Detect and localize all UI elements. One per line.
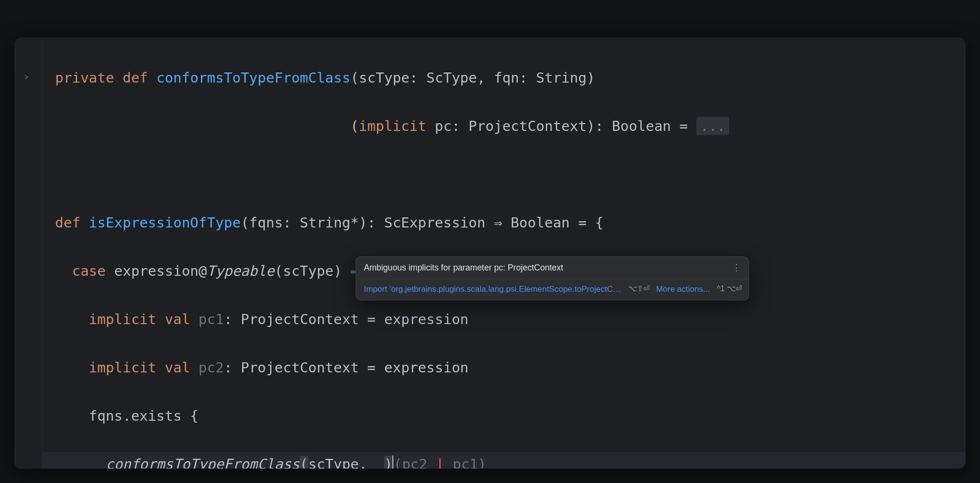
inspection-tooltip: Ambiguous implicits for parameter pc: Pr… bbox=[356, 256, 749, 300]
code-line[interactable]: def isExpressionOfType(fqns: String*): S… bbox=[43, 211, 966, 235]
code-line[interactable]: fqns.exists { bbox=[43, 404, 966, 428]
code-text: (fqns: String*): ScExpression ⇒ Boolean … bbox=[241, 214, 604, 231]
gutter: › bbox=[14, 38, 43, 469]
code-text: pc: ProjectContext): Boolean = bbox=[426, 118, 696, 134]
code-text: ( bbox=[350, 118, 359, 134]
code-text: (scType) ⇒ bbox=[274, 263, 359, 279]
more-icon[interactable]: ⋮ bbox=[732, 262, 742, 274]
code-line-highlighted[interactable]: conformsToTypeFromClass(scType, _)(pc2 |… bbox=[43, 452, 966, 469]
inlay-hint: pc2 bbox=[402, 456, 427, 469]
code-text: scType, _ bbox=[308, 456, 384, 469]
tooltip-title: Ambiguous implicits for parameter pc: Pr… bbox=[364, 262, 563, 274]
inlay-hint: ) bbox=[478, 456, 486, 469]
keyword: case bbox=[72, 263, 106, 279]
quickfix-link[interactable]: Import 'org.jetbrains.plugins.scala.lang… bbox=[364, 284, 621, 295]
tooltip-actions: Import 'org.jetbrains.plugins.scala.lang… bbox=[356, 279, 749, 300]
code-text: fqns.exists { bbox=[89, 408, 199, 424]
function-name: isExpressionOfType bbox=[89, 214, 241, 231]
shortcut-label: ^1 ⌥⏎ bbox=[717, 284, 742, 294]
keyword: private bbox=[55, 70, 114, 86]
code-line[interactable] bbox=[43, 162, 966, 186]
code-line[interactable]: implicit val pc2: ProjectContext = expre… bbox=[43, 355, 966, 380]
tooltip-header: Ambiguous implicits for parameter pc: Pr… bbox=[356, 257, 749, 279]
keyword: val bbox=[165, 359, 190, 376]
code-text: : ProjectContext = expression bbox=[224, 311, 468, 327]
shortcut-label: ⌥⇧⏎ bbox=[628, 284, 649, 294]
keyword: val bbox=[165, 311, 190, 327]
function-call: conformsToTypeFromClass bbox=[106, 456, 300, 469]
inlay-hint: ( bbox=[393, 456, 402, 469]
function-name: conformsToTypeFromClass bbox=[157, 70, 351, 86]
type-name: Typeable bbox=[207, 263, 274, 279]
code-line[interactable]: implicit val pc1: ProjectContext = expre… bbox=[43, 307, 966, 331]
identifier: pc1 bbox=[199, 311, 224, 327]
keyword: implicit bbox=[89, 359, 157, 376]
folded-region[interactable]: ... bbox=[696, 117, 729, 135]
keyword: implicit bbox=[89, 311, 157, 327]
match-highlight: ) bbox=[384, 456, 392, 469]
match-highlight: ( bbox=[300, 456, 308, 469]
code-text: (scType: ScType, fqn: String) bbox=[350, 70, 595, 86]
code-text: : ProjectContext = expression bbox=[224, 359, 468, 376]
identifier: pc2 bbox=[199, 359, 224, 376]
more-actions-link[interactable]: More actions... bbox=[656, 284, 710, 295]
inlay-hint: pc1 bbox=[453, 456, 478, 469]
keyword: def bbox=[123, 70, 148, 86]
keyword: implicit bbox=[359, 118, 427, 134]
keyword: def bbox=[55, 214, 80, 231]
error-token: | bbox=[427, 456, 452, 469]
code-area[interactable]: private def conformsToTypeFromClass(scTy… bbox=[43, 38, 966, 469]
code-editor[interactable]: › private def conformsToTypeFromClass(sc… bbox=[14, 38, 966, 469]
fold-toggle-icon[interactable]: › bbox=[23, 69, 29, 85]
code-line[interactable]: (implicit pc: ProjectContext): Boolean =… bbox=[43, 114, 966, 138]
code-line[interactable]: private def conformsToTypeFromClass(scTy… bbox=[43, 66, 966, 90]
code-text: expression@ bbox=[106, 263, 207, 279]
